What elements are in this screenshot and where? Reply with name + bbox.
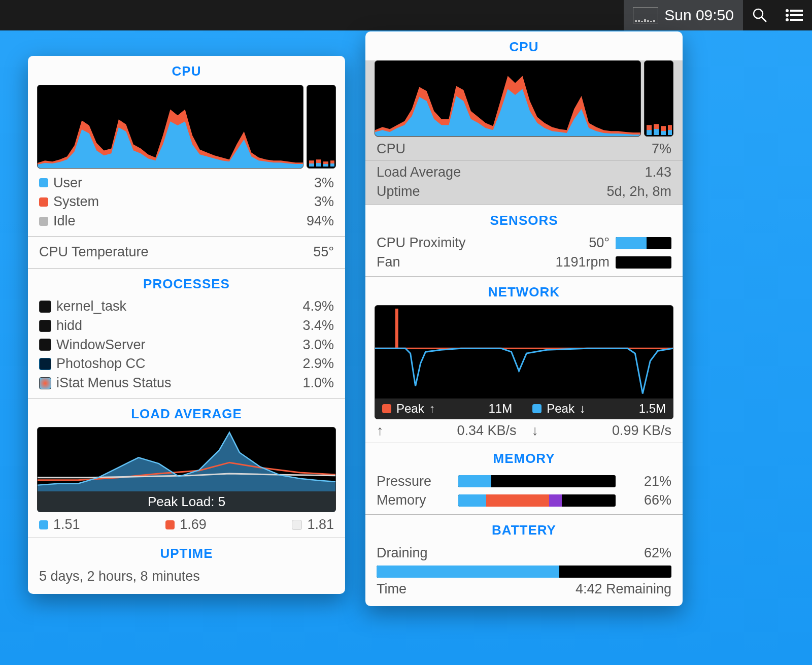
- network-legend: Peak ↑ 11M Peak ↓ 1.5M: [375, 398, 673, 419]
- swatch-grey-icon: [39, 217, 48, 226]
- svg-rect-27: [654, 129, 659, 135]
- swatch-red-icon: [39, 197, 48, 207]
- process-row-2[interactable]: WindowServer 3.0%: [28, 336, 345, 355]
- memory-usage-row: Memory 66%: [365, 491, 683, 510]
- photoshop-icon: [39, 358, 51, 370]
- cpu-idle-row: Idle 94%: [28, 212, 345, 231]
- cpu-idle-label: Idle: [53, 213, 76, 230]
- svg-rect-13: [790, 14, 803, 16]
- cpu-user-row: User 3%: [28, 174, 345, 193]
- memory-pressure-row: Pressure 21%: [365, 472, 683, 491]
- load-avg-legend: 1.51 1.69 1.81: [28, 512, 345, 538]
- svg-point-14: [786, 18, 789, 21]
- left-cpu-chart: [37, 85, 336, 169]
- arrow-down-icon: ↓: [532, 422, 539, 440]
- process-row-1[interactable]: hidd 3.4%: [28, 316, 345, 336]
- terminal-icon: [39, 320, 51, 332]
- cpu-system-row: System 3%: [28, 192, 345, 212]
- sensor-fan-bar: [616, 256, 671, 269]
- swatch-red-icon: [382, 404, 391, 413]
- svg-rect-23: [330, 163, 334, 167]
- menubar: Sun 09:50: [0, 0, 812, 30]
- arrow-down-icon: ↓: [580, 401, 586, 416]
- svg-rect-4: [644, 19, 646, 22]
- svg-rect-5: [647, 20, 649, 22]
- cpu-chart-svg: [38, 85, 303, 168]
- battery-bar: [377, 566, 671, 578]
- process-row-0[interactable]: kernel_task 4.9%: [28, 297, 345, 316]
- search-icon: [752, 8, 767, 23]
- menubar-istat-item[interactable]: Sun 09:50: [624, 0, 743, 30]
- sensor-proximity-row: CPU Proximity 50°: [365, 234, 683, 253]
- memory-title: MEMORY: [365, 443, 683, 472]
- sensor-fan-row: Fan 1191rpm: [365, 253, 683, 272]
- swatch-white-icon: [292, 520, 302, 530]
- right-cpu-chart: [375, 60, 673, 137]
- svg-rect-15: [790, 19, 803, 21]
- terminal-icon: [39, 301, 51, 313]
- svg-rect-2: [638, 20, 640, 22]
- svg-rect-6: [650, 21, 652, 22]
- svg-rect-29: [661, 131, 666, 135]
- cpu-system-label: System: [53, 193, 99, 211]
- right-panel: CPU CPU 7% Load Av: [365, 31, 683, 606]
- menubar-search[interactable]: [743, 0, 776, 30]
- battery-title: BATTERY: [365, 515, 683, 544]
- istat-icon: [39, 377, 51, 389]
- network-chart: Peak ↑ 11M Peak ↓ 1.5M: [375, 305, 673, 419]
- battery-time-row: Time 4:42 Remaining: [365, 578, 683, 606]
- right-cpu-title: CPU: [365, 31, 683, 60]
- svg-rect-19: [316, 163, 321, 167]
- svg-rect-25: [647, 130, 652, 135]
- process-row-4[interactable]: iStat Menus Status 1.0%: [28, 374, 345, 393]
- swatch-red-icon: [165, 520, 175, 529]
- cpu-user-value: 3%: [314, 175, 334, 192]
- list-icon: [786, 9, 803, 22]
- left-cpu-title: CPU: [28, 56, 345, 85]
- network-title: NETWORK: [365, 277, 683, 306]
- sensors-title: SENSORS: [365, 205, 683, 234]
- swatch-blue-icon: [39, 178, 48, 187]
- svg-rect-21: [323, 164, 328, 167]
- svg-rect-1: [635, 20, 637, 22]
- svg-rect-7: [653, 20, 655, 22]
- right-uptime-row: Uptime 5d, 2h, 8m: [365, 182, 683, 202]
- terminal-icon: [39, 339, 51, 351]
- peak-load-caption: Peak Load: 5: [38, 491, 335, 512]
- cpu-graph-icon: [633, 7, 658, 23]
- cpu-temp-value: 55°: [313, 244, 334, 261]
- svg-point-12: [786, 14, 789, 17]
- svg-rect-3: [641, 21, 643, 22]
- svg-rect-17: [309, 163, 314, 167]
- svg-rect-31: [668, 130, 672, 135]
- load-avg-chart: Peak Load: 5: [37, 427, 336, 512]
- arrow-up-icon: ↑: [377, 422, 384, 440]
- right-loadavg-row: Load Average 1.43: [365, 163, 683, 182]
- arrow-up-icon: ↑: [429, 401, 435, 416]
- memory-bar: [458, 494, 616, 507]
- left-panel: CPU User 3% System 3% Idle 94% CPU: [28, 56, 345, 594]
- swatch-blue-icon: [39, 520, 48, 529]
- pressure-bar: [458, 475, 616, 487]
- menubar-list[interactable]: [776, 0, 812, 30]
- svg-point-10: [786, 9, 789, 12]
- swatch-blue-icon: [532, 404, 542, 413]
- cpu-system-value: 3%: [314, 193, 334, 211]
- svg-rect-33: [395, 309, 398, 348]
- cpu-temp-row: CPU Temperature 55°: [28, 237, 345, 268]
- svg-rect-11: [790, 10, 803, 12]
- uptime-row: 5 days, 2 hours, 8 minutes: [28, 567, 345, 594]
- uptime-value: 5 days, 2 hours, 8 minutes: [39, 568, 200, 585]
- process-row-3[interactable]: Photoshop CC 2.9%: [28, 354, 345, 374]
- uptime-title: UPTIME: [28, 538, 345, 567]
- load-avg-title: LOAD AVERAGE: [28, 398, 345, 427]
- menubar-clock: Sun 09:50: [664, 7, 734, 24]
- cpu-user-label: User: [53, 175, 82, 192]
- sensor-proximity-bar: [616, 237, 671, 249]
- processes-title: PROCESSES: [28, 269, 345, 297]
- battery-state-row: Draining 62%: [365, 544, 683, 563]
- network-speed-row: ↑ 0.34 KB/s ↓ 0.99 KB/s: [365, 419, 683, 443]
- svg-line-9: [762, 17, 766, 21]
- right-cpu-row: CPU 7%: [365, 137, 683, 159]
- cpu-idle-value: 94%: [307, 213, 334, 230]
